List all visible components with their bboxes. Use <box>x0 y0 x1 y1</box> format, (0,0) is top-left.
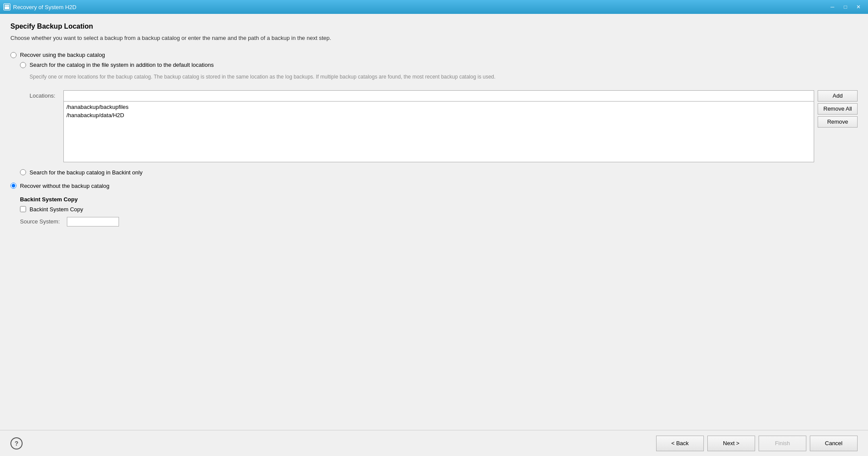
footer: ? < Back Next > Finish Cancel <box>0 430 868 456</box>
recover-without-catalog-radio[interactable] <box>10 183 17 189</box>
recover-catalog-label: Recover using the backup catalog <box>20 52 105 58</box>
source-system-input[interactable] <box>67 217 119 226</box>
list-item: /hanabackup/backupfiles <box>66 103 812 111</box>
recover-without-catalog-label: Recover without the backup catalog <box>20 183 109 189</box>
footer-left: ? <box>10 437 23 449</box>
remove-button[interactable]: Remove <box>818 116 858 128</box>
window-controls: ─ □ ✕ <box>826 2 865 12</box>
locations-label: Locations: <box>30 90 60 99</box>
add-button[interactable]: Add <box>818 90 858 102</box>
recover-catalog-radio[interactable] <box>10 52 17 58</box>
back-button[interactable]: < Back <box>656 436 704 451</box>
restore-button[interactable]: □ <box>839 2 851 12</box>
backint-system-copy-label: Backint System Copy <box>30 206 83 213</box>
list-item: /hanabackup/data/H2D <box>66 112 812 119</box>
locations-text-input[interactable] <box>63 90 814 102</box>
search-backint-label: Search for the backup catalog in Backint… <box>30 169 142 176</box>
search-backint-radio[interactable] <box>20 169 26 175</box>
section-divider <box>10 176 858 183</box>
form-section: Recover using the backup catalog Search … <box>10 52 858 226</box>
page-description: Choose whether you want to select a back… <box>10 35 858 41</box>
title-bar: Recovery of System H2D ─ □ ✕ <box>0 0 868 14</box>
footer-right: < Back Next > Finish Cancel <box>656 436 858 451</box>
title-bar-left: Recovery of System H2D <box>3 3 76 10</box>
locations-input-area: /hanabackup/backupfiles /hanabackup/data… <box>63 90 814 162</box>
finish-button[interactable]: Finish <box>759 436 806 451</box>
catalog-sub-section: Search for the catalog in the file syste… <box>20 62 858 176</box>
backint-system-copy-checkbox[interactable] <box>20 206 26 212</box>
backint-section-title: Backint System Copy <box>20 196 858 203</box>
page-title: Specify Backup Location <box>10 23 858 30</box>
remove-all-button[interactable]: Remove All <box>818 103 858 115</box>
backint-section: Backint System Copy Backint System Copy … <box>10 196 858 226</box>
locations-row: Locations: /hanabackup/backupfiles /hana… <box>30 90 858 162</box>
minimize-button[interactable]: ─ <box>826 2 838 12</box>
search-filesystem-option[interactable]: Search for the catalog in the file syste… <box>20 62 858 68</box>
hint-text: Specify one or more locations for the ba… <box>30 73 858 81</box>
search-filesystem-radio[interactable] <box>20 62 26 68</box>
window-title: Recovery of System H2D <box>13 4 76 10</box>
search-backint-option[interactable]: Search for the backup catalog in Backint… <box>20 169 858 176</box>
source-system-label: Source System: <box>20 218 63 225</box>
locations-list: /hanabackup/backupfiles /hanabackup/data… <box>63 102 814 162</box>
svg-rect-0 <box>4 4 10 10</box>
recover-catalog-option[interactable]: Recover using the backup catalog <box>10 52 858 58</box>
app-icon <box>3 3 10 10</box>
next-button[interactable]: Next > <box>707 436 755 451</box>
cancel-button[interactable]: Cancel <box>810 436 858 451</box>
close-button[interactable]: ✕ <box>852 2 865 12</box>
recover-without-catalog-option[interactable]: Recover without the backup catalog <box>10 183 858 189</box>
help-button[interactable]: ? <box>10 437 23 449</box>
main-content: Specify Backup Location Choose whether y… <box>0 14 868 430</box>
search-filesystem-label: Search for the catalog in the file syste… <box>30 62 214 68</box>
source-system-row: Source System: <box>20 217 858 226</box>
locations-buttons: Add Remove All Remove <box>818 90 858 128</box>
backint-system-copy-option[interactable]: Backint System Copy <box>20 206 858 213</box>
